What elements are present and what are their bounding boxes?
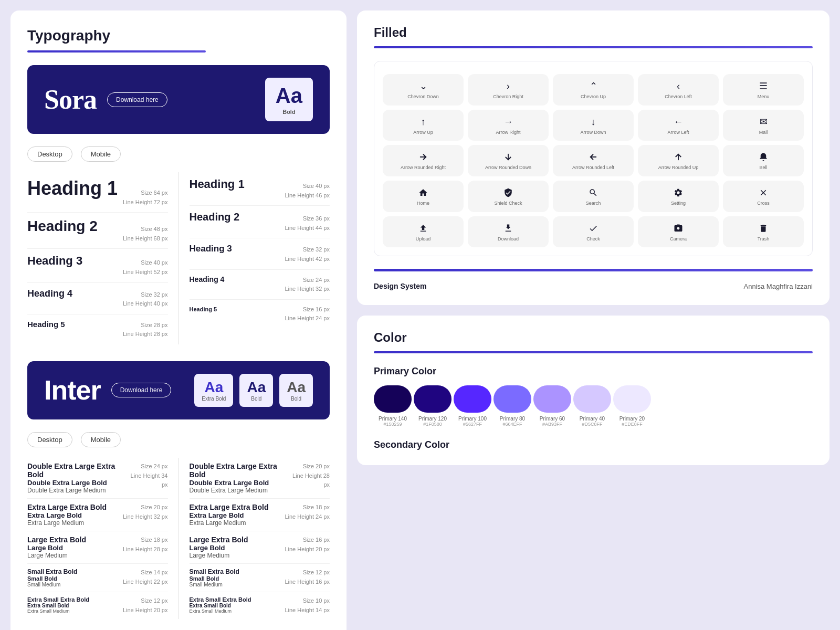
inter-preview-bold: Aa Bold bbox=[239, 374, 273, 407]
bell-icon bbox=[759, 152, 768, 162]
list-item: Primary 60 #AB93FF bbox=[533, 385, 571, 427]
setting-icon bbox=[674, 188, 683, 197]
list-item: Primary 140 #150259 bbox=[374, 385, 412, 427]
chevron-right-icon: › bbox=[507, 81, 510, 91]
arrow-up-icon: ↑ bbox=[421, 117, 426, 127]
desktop-heading4: Heading 4 bbox=[27, 288, 72, 299]
icon-shield-check: Shield Check bbox=[468, 181, 549, 212]
design-system-author: Annisa Maghfira Izzani bbox=[743, 282, 813, 290]
sora-download-button[interactable]: Download here bbox=[107, 92, 167, 107]
sora-font-name: Sora bbox=[44, 84, 97, 115]
primary-60-swatch bbox=[533, 385, 571, 413]
inter-mobile-tab[interactable]: Mobile bbox=[81, 432, 121, 447]
list-item: Primary 100 #5627FF bbox=[454, 385, 491, 427]
primary-color-title: Primary Color bbox=[374, 366, 813, 377]
primary-140-swatch bbox=[374, 385, 412, 413]
shield-check-icon bbox=[503, 188, 513, 197]
table-row: Heading 5 Size 28 pxLine Height 28 px bbox=[27, 314, 168, 344]
table-row: Extra Large Extra Bold Extra Large Bold … bbox=[27, 499, 168, 531]
inter-hero-box: Inter Download here Aa Extra Bold Aa Bol… bbox=[27, 361, 330, 419]
primary-color-swatches: Primary 140 #150259 Primary 120 #1F0580 … bbox=[374, 385, 813, 427]
icon-arrow-up: ↑ Arrow Up bbox=[383, 110, 464, 141]
arrow-rounded-up-icon bbox=[674, 152, 683, 162]
design-system-footer: Design System Annisa Maghfira Izzani bbox=[374, 278, 813, 290]
table-row: Double Extra Large Extra Bold Double Ext… bbox=[190, 458, 330, 499]
desktop-heading3: Heading 3 bbox=[27, 254, 82, 268]
desktop-heading5: Heading 5 bbox=[27, 320, 65, 329]
inter-preview-bold2: Aa Bold bbox=[279, 374, 313, 407]
typography-title: Typography bbox=[27, 27, 330, 44]
sora-tabs-row: Desktop Mobile bbox=[27, 146, 330, 162]
table-row: Heading 4 Size 32 pxLine Height 40 px bbox=[27, 283, 168, 314]
icon-home: Home bbox=[383, 181, 464, 212]
arrow-down-icon: ↓ bbox=[591, 117, 596, 127]
primary-40-swatch bbox=[573, 385, 611, 413]
icon-camera: Camera bbox=[638, 216, 719, 248]
table-row: Heading 3 Size 32 pxLine Height 42 px bbox=[190, 238, 330, 269]
sora-aa-label: Bold bbox=[282, 109, 295, 115]
footer-bar bbox=[374, 269, 813, 271]
icon-search: Search bbox=[553, 181, 634, 212]
chevron-down-icon: ⌄ bbox=[419, 81, 427, 91]
list-item: Primary 80 #664EFF bbox=[494, 385, 531, 427]
typography-card: Typography Sora Download here Aa Bold De… bbox=[10, 10, 346, 630]
icon-arrow-rounded-right: Arrow Rounded Right bbox=[383, 145, 464, 176]
inter-desktop-col: Double Extra Large Extra Bold Double Ext… bbox=[27, 458, 168, 619]
primary-120-swatch bbox=[414, 385, 452, 413]
icons-footer: Design System Annisa Maghfira Izzani bbox=[374, 269, 813, 290]
sora-mobile-tab[interactable]: Mobile bbox=[81, 146, 121, 162]
mail-icon: ✉ bbox=[760, 117, 768, 127]
arrow-left-icon: ← bbox=[674, 117, 683, 127]
sora-mobile-col: Heading 1 Size 40 pxLine Height 46 px He… bbox=[190, 172, 330, 344]
icon-chevron-up: ⌃ Chevron Up bbox=[553, 74, 634, 106]
color-card: Color Primary Color Primary 140 #150259 … bbox=[357, 316, 830, 465]
icon-arrow-rounded-down: Arrow Rounded Down bbox=[468, 145, 549, 176]
icon-upload: Upload bbox=[383, 216, 464, 248]
table-row: Small Extra Bold Small Bold Small Medium… bbox=[27, 564, 168, 592]
icon-chevron-left: ‹ Chevron Left bbox=[638, 74, 719, 106]
sora-hero-left: Sora Download here bbox=[44, 84, 167, 115]
icon-trash: Trash bbox=[723, 216, 804, 248]
table-row: Heading 1 Size 64 pxLine Height 72 px bbox=[27, 172, 168, 213]
inter-download-button[interactable]: Download here bbox=[111, 383, 172, 397]
icon-arrow-down: ↓ Arrow Down bbox=[553, 110, 634, 141]
chevron-left-icon: ‹ bbox=[677, 81, 680, 91]
icon-setting: Setting bbox=[638, 181, 719, 212]
sora-aa-text: Aa bbox=[276, 84, 302, 108]
icon-menu: ☰ Menu bbox=[723, 74, 804, 106]
arrow-rounded-left-icon bbox=[589, 152, 598, 162]
desktop-heading1: Heading 1 bbox=[27, 177, 118, 200]
sora-desktop-tab[interactable]: Desktop bbox=[27, 146, 72, 162]
icon-mail: ✉ Mail bbox=[723, 110, 804, 141]
table-row: Heading 5 Size 16 pxLine Height 24 px bbox=[190, 300, 330, 329]
sora-hero-box: Sora Download here Aa Bold bbox=[27, 65, 330, 134]
icon-cross: Cross bbox=[723, 181, 804, 212]
mobile-heading4: Heading 4 bbox=[190, 275, 225, 284]
design-system-label: Design System bbox=[374, 282, 426, 290]
inter-desktop-tab[interactable]: Desktop bbox=[27, 432, 72, 447]
camera-icon bbox=[674, 224, 683, 233]
icon-grid: ⌄ Chevron Down › Chevron Right ⌃ Chevron… bbox=[383, 74, 804, 247]
headings-divider bbox=[178, 172, 179, 344]
table-row: Large Extra Bold Large Bold Large Medium… bbox=[27, 531, 168, 564]
arrow-rounded-right-icon bbox=[418, 152, 428, 162]
upload-icon bbox=[418, 224, 428, 233]
inter-mobile-col: Double Extra Large Extra Bold Double Ext… bbox=[190, 458, 330, 619]
title-divider bbox=[27, 50, 206, 52]
right-panel: Filled ⌄ Chevron Down › Chevron Right ⌃ … bbox=[357, 10, 830, 630]
cross-icon bbox=[759, 188, 768, 197]
icon-arrow-right: → Arrow Right bbox=[468, 110, 549, 141]
table-row: Heading 3 Size 40 pxLine Height 52 px bbox=[27, 249, 168, 282]
icon-download: Download bbox=[468, 216, 549, 248]
mobile-heading2: Heading 2 bbox=[190, 211, 240, 223]
table-row: Heading 2 Size 36 pxLine Height 44 px bbox=[190, 206, 330, 238]
chevron-up-icon: ⌃ bbox=[590, 81, 597, 91]
desktop-heading2: Heading 2 bbox=[27, 218, 98, 235]
table-row: Heading 2 Size 48 pxLine Height 68 px bbox=[27, 213, 168, 249]
primary-100-swatch bbox=[454, 385, 491, 413]
icon-arrow-rounded-left: Arrow Rounded Left bbox=[553, 145, 634, 176]
table-row: Extra Small Extra Bold Extra Small Bold … bbox=[190, 592, 330, 619]
table-row: Extra Small Extra Bold Extra Small Bold … bbox=[27, 592, 168, 619]
arrow-right-icon: → bbox=[503, 117, 513, 127]
trash-icon bbox=[759, 224, 768, 233]
